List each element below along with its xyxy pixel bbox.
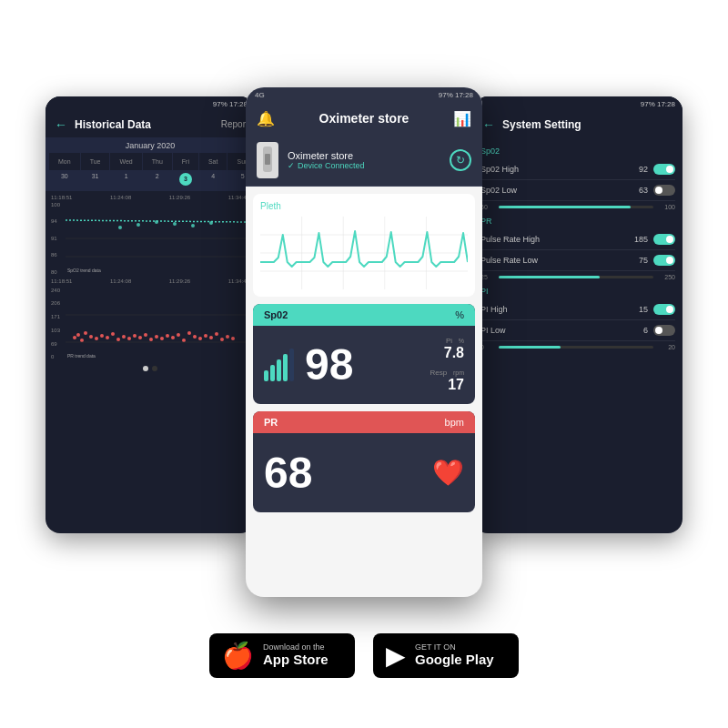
cal-1[interactable]: 1 [110, 171, 141, 187]
app-store-badge[interactable]: 🍎 Download on the App Store [209, 633, 355, 678]
device-name: Oximeter store [288, 150, 365, 161]
bar-seg-1 [264, 370, 268, 381]
svg-point-15 [100, 334, 104, 338]
phone-center: 4G 97% 17:28 🔔 Oximeter store 📊 Oximeter… [246, 87, 482, 597]
pi-low-value: 6 [643, 326, 648, 335]
svg-point-20 [127, 337, 131, 340]
bar-seg-2 [270, 365, 275, 381]
resp-row: Resp rpm 17 [430, 369, 464, 393]
google-play-text: GET IT ON Google Play [415, 642, 494, 669]
spo2-high-row: Sp02 High 92 [480, 159, 675, 180]
pr-body: 68 ❤️ [253, 433, 475, 512]
cal-2[interactable]: 2 [143, 171, 172, 187]
center-title: Oximeter store [319, 111, 410, 126]
dot-1[interactable] [143, 366, 148, 371]
cal-30[interactable]: 30 [49, 171, 80, 187]
svg-point-26 [160, 337, 164, 340]
svg-point-25 [155, 335, 158, 339]
right-back-arrow-icon[interactable]: ← [482, 117, 495, 132]
pr-unit: bpm [445, 417, 464, 428]
spo2-unit: % [455, 309, 464, 320]
svg-point-28 [171, 336, 175, 339]
pi-slider-fill [499, 346, 561, 349]
svg-point-36 [215, 332, 218, 336]
svg-point-30 [182, 339, 186, 342]
app-store-small: Download on the [263, 642, 329, 652]
pr-slider-track[interactable] [499, 276, 653, 278]
pleth-label: Pleth [260, 201, 468, 211]
cal-wed: Wed [110, 153, 141, 170]
pi-slider-track[interactable] [499, 346, 653, 349]
pr-value: 68 [264, 448, 312, 498]
spo2-trend-label: SpO2 trend data [67, 268, 101, 273]
pr-category: PR [480, 217, 675, 226]
dot-2[interactable] [152, 366, 157, 371]
pr-slider-min: 25 [480, 274, 495, 280]
device-info: Oximeter store ✓ Device Connected [288, 150, 365, 170]
spo2-slider-track[interactable] [499, 206, 653, 208]
pr-high-value: 185 [634, 235, 648, 244]
cal-4[interactable]: 4 [199, 171, 228, 187]
spo2-low-toggle[interactable] [653, 185, 675, 196]
svg-point-10 [76, 333, 80, 337]
bar-chart-icon[interactable]: 📊 [453, 110, 471, 127]
bell-icon[interactable]: 🔔 [257, 110, 275, 127]
settings-section: Sp02 Sp02 High 92 Sp02 Low 63 50 [473, 137, 682, 359]
cal-31[interactable]: 31 [81, 171, 110, 187]
report-button[interactable]: Repor [221, 119, 246, 129]
back-arrow-icon[interactable]: ← [55, 117, 67, 132]
svg-point-19 [122, 335, 126, 339]
svg-point-24 [149, 338, 153, 341]
pr-low-toggle[interactable] [653, 255, 675, 266]
heart-icon: ❤️ [432, 458, 464, 488]
svg-point-35 [209, 336, 213, 339]
bar-seg-4 [283, 354, 288, 381]
refresh-button[interactable]: ↻ [450, 149, 471, 171]
pi-high-label: PI High [480, 305, 639, 314]
spo2-header: Sp02 % [253, 304, 475, 326]
google-play-badge[interactable]: ▶ GET IT ON Google Play [373, 633, 519, 678]
pr-low-value: 75 [639, 256, 648, 265]
phones-wrapper: 97% 17:28 ← Historical Data Repor Januar… [46, 69, 682, 615]
svg-point-23 [144, 333, 147, 337]
svg-point-2 [136, 223, 140, 227]
pi-slider-min: 0 [480, 344, 495, 350]
svg-point-13 [89, 335, 93, 339]
spo2-high-toggle[interactable] [653, 164, 675, 175]
spo2-low-value: 63 [639, 186, 648, 195]
spo2-high-label: Sp02 High [480, 165, 639, 174]
page-dots [49, 366, 251, 371]
spo2-slider-max: 100 [657, 204, 675, 210]
center-status-bar: 4G 97% 17:28 [246, 87, 482, 103]
time-labels: 11:18:51 11:24:08 11:29:26 11:34:43 [49, 195, 251, 200]
pr-header: PR bpm [253, 411, 475, 433]
svg-point-5 [191, 224, 195, 228]
pr-trend-label: PR trend data [67, 353, 96, 359]
pr-high-toggle[interactable] [653, 234, 675, 245]
right-header-title: System Setting [502, 118, 581, 131]
pr-chart: 240 206 171 103 69 0 [49, 288, 251, 360]
cal-3[interactable]: 3 [173, 171, 198, 187]
pi-high-toggle[interactable] [653, 304, 675, 315]
svg-point-27 [166, 334, 169, 338]
pr-low-label: Pulse Rate Low [480, 256, 639, 265]
svg-point-37 [220, 338, 224, 341]
bar-seg-3 [277, 359, 281, 381]
svg-point-21 [133, 334, 136, 338]
pleth-section: Pleth [253, 194, 475, 297]
pr-y-labels: 240 206 171 103 69 0 [51, 288, 60, 360]
spo2-y-labels: 100 94 91 86 80 [51, 202, 60, 275]
pi-unit: % [459, 338, 464, 344]
bar-seg-5 [289, 349, 294, 381]
left-status-text: 97% 17:28 [213, 100, 248, 108]
pi-low-label: PI Low [480, 326, 643, 335]
svg-point-1 [118, 226, 122, 229]
center-status-right: 97% 17:28 [439, 91, 473, 99]
spo2-section: Sp02 % 98 Pi % 7.8 [253, 304, 475, 404]
google-play-icon: ▶ [386, 641, 406, 671]
spo2-side: Pi % 7.8 Resp rpm 17 [430, 337, 464, 393]
svg-point-22 [138, 336, 142, 339]
center-status-left: 4G [255, 91, 265, 99]
pi-low-toggle[interactable] [653, 325, 675, 336]
left-status-bar: 97% 17:28 [46, 96, 255, 112]
